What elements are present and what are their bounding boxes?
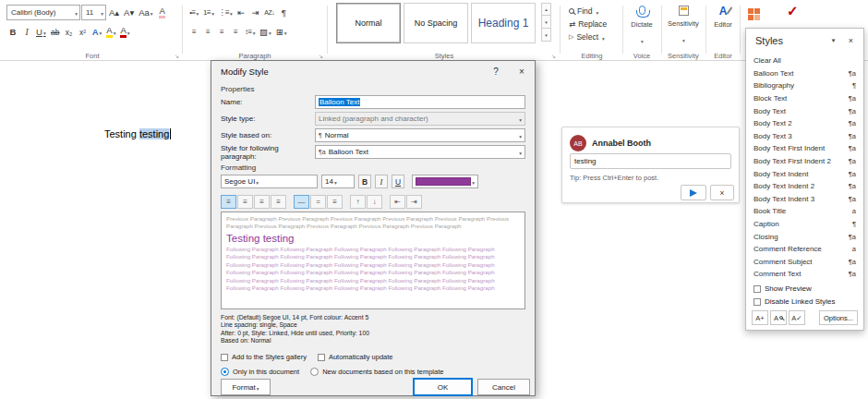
- format-bold-button[interactable]: B: [358, 175, 371, 188]
- change-case-button[interactable]: Aa: [137, 5, 154, 21]
- style-card-heading-1[interactable]: Heading 1: [471, 3, 536, 43]
- font-name-combo[interactable]: Calibri (Body): [6, 5, 80, 20]
- gallery-scroll-down-button[interactable]: ▾: [541, 16, 551, 29]
- style-list-item[interactable]: Body Text ¶a: [746, 104, 863, 117]
- style-list-item[interactable]: Book Title a: [746, 205, 863, 218]
- select-button[interactable]: ▷ Select: [569, 30, 605, 42]
- style-list-item[interactable]: Block Text ¶a: [746, 92, 863, 105]
- format-decrease-indent-button[interactable]: ⇤: [390, 195, 405, 209]
- dialog-help-button[interactable]: ?: [483, 61, 509, 81]
- gallery-scroll-up-button[interactable]: ▴: [541, 3, 551, 16]
- subscript-button[interactable]: x₂: [63, 24, 76, 41]
- style-list-item[interactable]: Clear All: [746, 54, 863, 67]
- style-list-item[interactable]: Caption ¶: [746, 218, 863, 231]
- disable-linked-styles-checkbox[interactable]: Disable Linked Styles: [753, 297, 835, 306]
- ok-button[interactable]: OK: [414, 379, 472, 395]
- addins-button[interactable]: [746, 6, 762, 22]
- style-list-item[interactable]: Body Text 3 ¶a: [746, 130, 863, 143]
- format-align-center-button[interactable]: ≡: [237, 195, 253, 209]
- clear-formatting-button[interactable]: A: [156, 5, 169, 21]
- text-effects-button[interactable]: A: [90, 24, 104, 41]
- gallery-more-button[interactable]: ▾: [541, 29, 551, 42]
- increase-indent-button[interactable]: ⇥: [248, 5, 261, 21]
- increase-paragraph-spacing-button[interactable]: ↑: [350, 195, 366, 209]
- addin-check-button[interactable]: ✓: [785, 3, 801, 19]
- sensitivity-button[interactable]: Sensitivity: [663, 4, 704, 45]
- styles-pane-close-button[interactable]: ×: [842, 34, 860, 47]
- format-increase-indent-button[interactable]: ⇥: [406, 195, 422, 209]
- superscript-button[interactable]: x²: [77, 24, 90, 41]
- multilevel-list-button[interactable]: ⋮≡: [216, 5, 234, 21]
- cancel-comment-button[interactable]: ×: [710, 185, 734, 200]
- new-documents-radio[interactable]: New documents based on this template: [310, 368, 443, 376]
- font-size-combo[interactable]: 11: [81, 5, 106, 20]
- post-comment-button[interactable]: [681, 185, 706, 200]
- paragraph-dialog-launcher[interactable]: [319, 53, 323, 59]
- format-font-dropdown[interactable]: Segoe UI: [221, 175, 318, 188]
- dialog-close-button[interactable]: ×: [509, 61, 535, 81]
- document-text[interactable]: Testing testing: [104, 128, 171, 139]
- style-based-on-dropdown[interactable]: ¶ Normal: [315, 128, 525, 142]
- decrease-paragraph-spacing-button[interactable]: ↓: [367, 195, 382, 209]
- format-menu-button[interactable]: Format: [221, 379, 271, 395]
- format-align-left-button[interactable]: ≡: [221, 195, 236, 209]
- dialog-titlebar[interactable]: Modify Style ? ×: [211, 61, 535, 81]
- bullets-button[interactable]: •≡: [187, 5, 200, 21]
- align-left-button[interactable]: ≡: [187, 24, 200, 41]
- only-in-document-radio[interactable]: Only in this document: [221, 368, 299, 376]
- format-align-justify-button[interactable]: ≡: [271, 195, 286, 209]
- decrease-indent-button[interactable]: ⇤: [235, 5, 247, 21]
- dictate-button[interactable]: Dictate: [624, 4, 659, 46]
- font-dialog-launcher[interactable]: [175, 53, 179, 59]
- styles-dialog-launcher[interactable]: [551, 53, 556, 59]
- auto-update-checkbox[interactable]: Automatically update: [318, 353, 393, 361]
- style-list-item[interactable]: Balloon Text ¶a: [746, 67, 863, 80]
- style-name-input[interactable]: Balloon Text: [315, 95, 525, 109]
- format-1-5-spacing-button[interactable]: =: [310, 195, 326, 209]
- format-align-right-button[interactable]: ≡: [254, 195, 270, 209]
- shrink-font-button[interactable]: A▾: [122, 5, 136, 21]
- format-underline-button[interactable]: U: [392, 175, 404, 188]
- style-inspector-button[interactable]: A: [770, 310, 787, 325]
- style-list-item[interactable]: Comment Reference a: [746, 243, 863, 256]
- comment-input[interactable]: [570, 153, 731, 169]
- style-list-item[interactable]: Body Text Indent ¶a: [746, 167, 863, 180]
- align-center-button[interactable]: ≡: [201, 24, 214, 41]
- style-list-item[interactable]: Body Text First Indent ¶a: [746, 142, 863, 155]
- align-justify-button[interactable]: ≡: [229, 24, 242, 41]
- font-color-button[interactable]: A: [118, 24, 131, 41]
- shading-button[interactable]: ▨: [258, 24, 273, 41]
- show-preview-checkbox[interactable]: Show Preview: [753, 284, 812, 293]
- format-color-dropdown[interactable]: [412, 175, 478, 188]
- italic-button[interactable]: I: [20, 24, 33, 41]
- replace-button[interactable]: ⇄ Replace: [569, 18, 607, 30]
- show-paragraph-marks-button[interactable]: ¶: [277, 5, 290, 21]
- editor-button[interactable]: A Editor: [707, 4, 739, 29]
- underline-button[interactable]: U: [34, 24, 48, 41]
- bold-button[interactable]: B: [6, 24, 19, 41]
- format-size-dropdown[interactable]: 14: [321, 175, 355, 188]
- add-to-gallery-checkbox[interactable]: Add to the Styles gallery: [221, 353, 307, 361]
- style-card-normal[interactable]: Normal: [336, 3, 401, 43]
- grow-font-button[interactable]: A▴: [107, 5, 121, 21]
- numbering-button[interactable]: 1≡: [201, 5, 215, 21]
- align-right-button[interactable]: ≡: [215, 24, 228, 41]
- style-list-item[interactable]: Body Text 2 ¶a: [746, 117, 863, 130]
- style-list-item[interactable]: Comment Subject ¶a: [746, 256, 863, 269]
- borders-button[interactable]: ⊞: [274, 24, 289, 41]
- styles-pane-menu-button[interactable]: [825, 34, 842, 47]
- line-spacing-button[interactable]: ↕≡: [243, 24, 257, 41]
- strikethrough-button[interactable]: ab: [49, 24, 62, 41]
- format-single-spacing-button[interactable]: —: [294, 195, 309, 209]
- styles-options-button[interactable]: Options...: [819, 310, 858, 325]
- sort-button[interactable]: AZ↓: [262, 5, 276, 21]
- style-list-item[interactable]: Bibliography ¶: [746, 79, 863, 92]
- following-paragraph-dropdown[interactable]: ¶a Balloon Text: [315, 145, 525, 159]
- format-italic-button[interactable]: I: [375, 175, 388, 188]
- style-list-item[interactable]: Body Text Indent 2 ¶a: [746, 180, 863, 193]
- manage-styles-button[interactable]: A✓: [789, 310, 805, 325]
- style-list-item[interactable]: Body Text Indent 3 ¶a: [746, 193, 863, 206]
- cancel-button[interactable]: Cancel: [477, 379, 530, 395]
- style-list-item[interactable]: Body Text First Indent 2 ¶a: [746, 155, 863, 168]
- style-list-item[interactable]: Closing ¶a: [746, 230, 863, 243]
